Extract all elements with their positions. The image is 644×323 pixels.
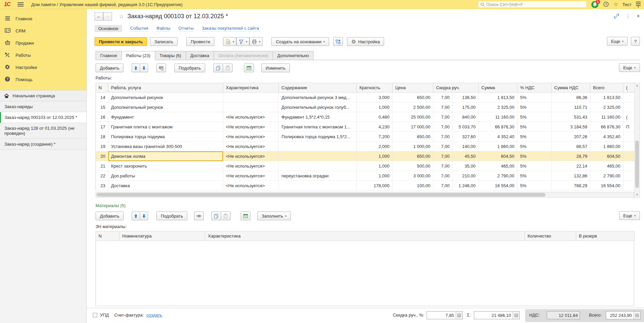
tab-работы-23-[interactable]: Работы (23) [122,51,155,60]
works-cell[interactable]: 86,36 [552,93,590,102]
materials-pick-button[interactable]: Подобрать [156,212,187,220]
works-table-row[interactable]: 21Крест захоронить<Не используется>1,000… [96,161,635,171]
works-cell[interactable]: 1 246,00 [453,181,479,191]
works-column-header[interactable]: Кратность [357,83,393,93]
works-cell[interactable] [623,132,635,142]
works-cell[interactable]: 5% [517,93,552,102]
favorite-star-icon[interactable]: ☆ [119,13,124,20]
works-cell[interactable] [279,161,357,171]
works-cell[interactable]: <Не используется> [223,112,279,122]
works-cell[interactable] [279,181,357,191]
works-cell[interactable]: 14 [96,93,108,102]
works-cell[interactable]: 22 [96,171,108,181]
works-cell[interactable]: 7,00 [433,102,453,112]
works-cell[interactable]: 531,43 [552,112,590,122]
works-cell[interactable]: Дополнительный рисунок 3 мед... [279,93,357,102]
works-cell[interactable]: 5% [517,132,552,142]
works-cell[interactable]: 7,00 [433,93,453,102]
move-down-button[interactable] [140,64,148,72]
open-window-item[interactable]: Заказ-наряды [0,101,86,112]
works-cell[interactable]: <Не используется> [223,142,279,151]
works-cell[interactable]: 5% [517,122,552,132]
paste-rows-button[interactable] [223,64,233,72]
form-nav-link[interactable]: Файлы [156,26,170,31]
works-cell[interactable]: 7,00 [433,112,453,122]
tab-товары-6-[interactable]: Товары (6) [155,51,186,60]
works-cell[interactable]: 7,00 [433,171,453,181]
works-cell[interactable]: 132,86 [552,171,590,181]
works-cell[interactable]: 35,00 [453,161,479,171]
works-cell[interactable]: 136,50 [453,93,479,102]
post-button[interactable]: Провести [186,37,215,46]
sidebar-section-help[interactable]: ?Помощь [0,73,86,85]
works-cell[interactable]: 20 [96,151,108,161]
works-cell[interactable]: 23 [96,181,108,191]
works-cell[interactable]: 4,230 [357,122,393,132]
works-cell[interactable]: Гранитная плитка с монтажом [108,122,223,132]
works-column-header[interactable]: Содержание [279,83,357,93]
works-cell[interactable]: Фундамент 1,5*2,4*0,15 [279,112,357,122]
works-cell[interactable]: 604,50 [479,151,517,161]
works-cell[interactable]: 7,00 [433,142,453,151]
works-cell[interactable]: 1,000 [357,171,393,181]
help-button[interactable]: ? [631,37,640,46]
tab-дополнительно[interactable]: Дополнительно [273,51,314,60]
works-cell[interactable]: 16 [96,112,108,122]
works-table-row[interactable]: 16Фундамент<Не используется>Фундамент 1,… [96,112,635,122]
works-cell[interactable] [623,181,635,191]
favorites-star-icon[interactable]: ☆ [614,1,618,7]
move-down-button[interactable] [140,212,148,220]
paste-rows-button[interactable] [221,212,231,220]
scroll-up-arrow-icon[interactable]: ▲ [635,83,640,88]
works-cell[interactable]: 3,000 [357,93,393,102]
works-cell[interactable]: 2 790,00 [479,171,517,181]
works-cell[interactable]: 3 184,59 [552,122,590,132]
works-cell[interactable]: 1 813,50 [479,93,517,102]
works-cell[interactable]: 175,00 [453,102,479,112]
list-settings-button[interactable] [244,64,254,72]
works-cell[interactable]: 140,00 [453,142,479,151]
works-cell[interactable]: 5% [517,151,552,161]
works-cell[interactable]: 1,000 [357,161,393,171]
filter-button[interactable]: ▾ [236,37,249,46]
works-pick-button[interactable]: Подобрать [174,64,205,72]
works-cell[interactable]: Доп.работы [108,171,223,181]
works-cell[interactable]: 88,57 [552,142,590,151]
works-table-row[interactable]: 18Полировка торца подиума<Не используетс… [96,132,635,142]
works-cell[interactable]: 1 860,00 [479,142,517,151]
works-cell[interactable]: 2 500,00 [393,102,433,112]
works-cell[interactable]: Демонтаж холма [108,151,223,161]
open-window-item[interactable]: Заказ-наряд 000103 от 12.03.2025 * [0,112,86,123]
works-column-header[interactable]: Цена [393,83,433,93]
form-nav-link[interactable]: События [130,26,149,31]
works-horizontal-scrollbar[interactable] [96,192,634,198]
works-cell[interactable]: <Не используется> [223,161,279,171]
works-cell[interactable]: 1,000 [357,102,393,112]
works-cell[interactable]: П [623,122,635,132]
works-cell[interactable]: Полировка торца подиума 1,5*2... [279,132,357,142]
open-window-item[interactable]: Заказ-наряд (создание) * [0,139,86,150]
get-link-icon[interactable] [614,14,619,19]
works-cell[interactable]: 17 000,00 [393,122,433,132]
works-cell[interactable] [223,102,279,112]
works-cell[interactable]: 11 160,00 [590,112,623,122]
sidebar-item-home[interactable]: Начальная страница [0,90,86,101]
search-input[interactable] [486,2,584,7]
scroll-down-arrow-icon[interactable]: ▼ [635,192,640,197]
copy-rows-button[interactable] [213,64,223,72]
works-cell[interactable]: Фундамент [108,112,223,122]
sidebar-section-sales[interactable]: Продажи [0,37,86,49]
works-cell[interactable]: 5 033,70 [453,122,479,132]
calculator-icon[interactable] [513,312,519,319]
forward-button[interactable]: → [103,12,112,21]
works-cell[interactable]: 604,50 [590,151,623,161]
works-cell[interactable]: 500,00 [393,161,433,171]
works-cell[interactable]: 5% [517,112,552,122]
works-cell[interactable]: 2 790,00 [590,171,623,181]
works-cell[interactable]: 465,00 [590,161,623,171]
works-cell[interactable]: 2,000 [357,142,393,151]
works-cell[interactable]: 100,00 [393,181,433,191]
works-cell[interactable]: 5% [517,102,552,112]
invoice-create-link[interactable]: создать [146,313,162,318]
works-cell[interactable]: 5% [517,181,552,191]
